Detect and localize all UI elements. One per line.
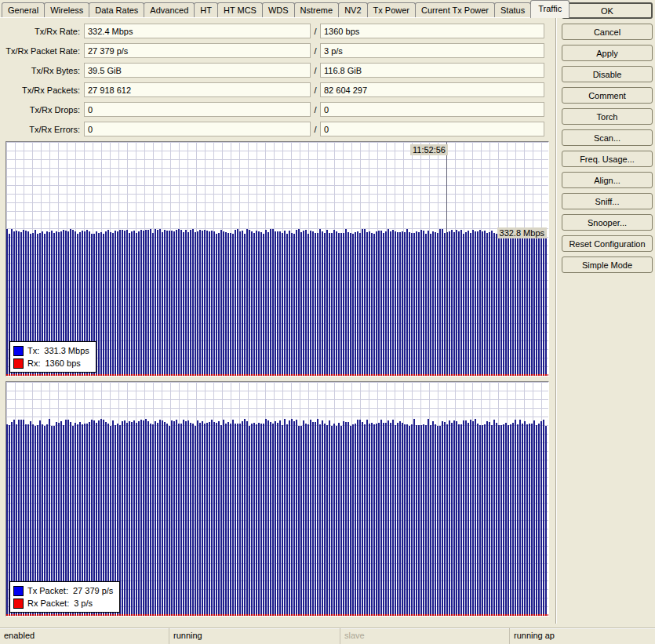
tab-data-rates[interactable]: Data Rates (89, 2, 144, 17)
traffic-sample-bar (190, 423, 191, 616)
traffic-sample-bar (107, 230, 109, 376)
traffic-sample-bar (517, 424, 519, 616)
freq-usage-button[interactable]: Freq. Usage... (562, 151, 653, 167)
traffic-sample-bar (258, 231, 260, 376)
simple-mode-button[interactable]: Simple Mode (562, 257, 653, 273)
field-row-tx-rx-rate: Tx/Rx Rate:/ (0, 24, 555, 38)
torch-button[interactable]: Torch (562, 108, 653, 125)
traffic-sample-bar (155, 421, 156, 616)
traffic-sample-bar (190, 230, 191, 376)
tx-rx-packet-rate-rx-input[interactable] (320, 43, 544, 58)
cancel-button[interactable]: Cancel (562, 24, 653, 40)
traffic-sample-bar (209, 231, 210, 376)
tab-nv2[interactable]: NV2 (338, 2, 367, 17)
traffic-sample-bar (524, 421, 526, 616)
tx-rx-packets-rx-input[interactable] (320, 82, 544, 97)
traffic-sample-bar (202, 421, 203, 616)
tab-wireless[interactable]: Wireless (44, 2, 89, 17)
tx-rx-errors-rx-input[interactable] (320, 122, 544, 136)
tx-rx-drops-rx-input[interactable] (320, 102, 544, 117)
tab-traffic[interactable]: Traffic (530, 0, 569, 18)
tab-general[interactable]: General (2, 2, 45, 17)
sniff-button[interactable]: Sniff... (562, 193, 653, 209)
tab-nstreme[interactable]: Nstreme (294, 2, 340, 17)
traffic-sample-bar (286, 234, 288, 376)
tab-ht-mcs[interactable]: HT MCS (217, 2, 263, 17)
align-button[interactable]: Align... (562, 172, 653, 188)
traffic-sample-bar (258, 423, 260, 616)
traffic-sample-bar (187, 420, 189, 616)
traffic-sample-bar (298, 426, 300, 616)
traffic-sample-bar (293, 421, 295, 616)
tab-tx-power[interactable]: Tx Power (367, 2, 416, 17)
traffic-sample-bar (164, 230, 166, 376)
traffic-sample-bar (538, 229, 540, 376)
traffic-sample-bar (178, 229, 180, 376)
traffic-sample-bar (477, 231, 479, 376)
tab-ht[interactable]: HT (194, 2, 218, 17)
traffic-sample-bar (103, 234, 104, 376)
comment-button[interactable]: Comment (562, 87, 653, 104)
traffic-sample-bar (373, 234, 375, 376)
traffic-sample-bar (411, 424, 413, 616)
field-row-tx-rx-errors: Tx/Rx Errors:/ (0, 122, 555, 136)
tx-rx-bytes-tx-input[interactable] (84, 63, 311, 78)
traffic-sample-bar (216, 234, 217, 376)
ok-button[interactable]: OK (562, 2, 653, 19)
traffic-sample-bar (211, 231, 213, 376)
status-running: running (169, 628, 340, 644)
traffic-sample-bar (465, 420, 467, 616)
tx-rx-errors-tx-input[interactable] (84, 122, 311, 136)
tab-current-tx-power[interactable]: Current Tx Power (415, 2, 495, 17)
traffic-sample-bar (406, 424, 408, 616)
traffic-sample-bar (418, 425, 420, 616)
traffic-sample-bar (279, 420, 281, 616)
legend-value: 3 p/s (74, 599, 93, 608)
action-button-column: OKCancelApplyDisableCommentTorchScan...F… (562, 2, 653, 278)
traffic-sample-bar (195, 426, 196, 616)
tx-rx-packet-rate-tx-input[interactable] (84, 43, 311, 58)
traffic-sample-bar (522, 231, 523, 376)
traffic-sample-bar (100, 232, 102, 376)
traffic-sample-bar (129, 233, 130, 376)
tab-wds[interactable]: WDS (262, 2, 295, 17)
traffic-sample-bar (348, 232, 349, 376)
disable-button[interactable]: Disable (562, 66, 653, 82)
traffic-sample-bar (524, 232, 526, 376)
reset-configuration-button[interactable]: Reset Configuration (562, 235, 653, 252)
traffic-sample-bar (220, 230, 222, 376)
traffic-sample-bar (420, 425, 422, 616)
field-label: Tx/Rx Packet Rate: (0, 46, 84, 56)
snooper-button[interactable]: Snooper... (562, 214, 653, 231)
traffic-sample-bar (531, 424, 533, 616)
traffic-sample-bar (449, 231, 450, 376)
tx-rx-rate-rx-input[interactable] (320, 24, 544, 38)
tab-advanced[interactable]: Advanced (144, 2, 195, 17)
tx-rx-rate-tx-input[interactable] (84, 24, 311, 38)
traffic-sample-bar (376, 424, 377, 616)
traffic-sample-bar (195, 232, 196, 376)
apply-button[interactable]: Apply (562, 45, 653, 61)
traffic-sample-bar (209, 422, 210, 616)
traffic-sample-bar (493, 233, 495, 376)
packet-legend: Tx Packet:27 379 p/sRx Packet:3 p/s (9, 581, 120, 613)
traffic-sample-bar (475, 231, 476, 376)
time-marker-label: 11:52:56 (410, 144, 448, 155)
traffic-sample-bar (126, 230, 128, 376)
tx-rx-packets-tx-input[interactable] (84, 82, 311, 97)
field-label: Tx/Rx Errors: (0, 125, 84, 134)
tab-status[interactable]: Status (494, 2, 531, 17)
traffic-sample-bar (418, 232, 420, 376)
traffic-sample-bar (204, 424, 206, 616)
traffic-sample-bar (218, 233, 220, 376)
tx-rx-bytes-rx-input[interactable] (320, 63, 544, 78)
traffic-sample-bar (489, 422, 490, 616)
traffic-sample-bar (206, 231, 208, 376)
traffic-sample-bar (136, 423, 137, 616)
traffic-sample-bar (444, 422, 446, 616)
scan-button[interactable]: Scan... (562, 129, 653, 146)
traffic-sample-bar (442, 229, 443, 376)
traffic-sample-bar (538, 424, 540, 616)
traffic-sample-bar (345, 422, 347, 616)
tx-rx-drops-tx-input[interactable] (84, 102, 311, 117)
